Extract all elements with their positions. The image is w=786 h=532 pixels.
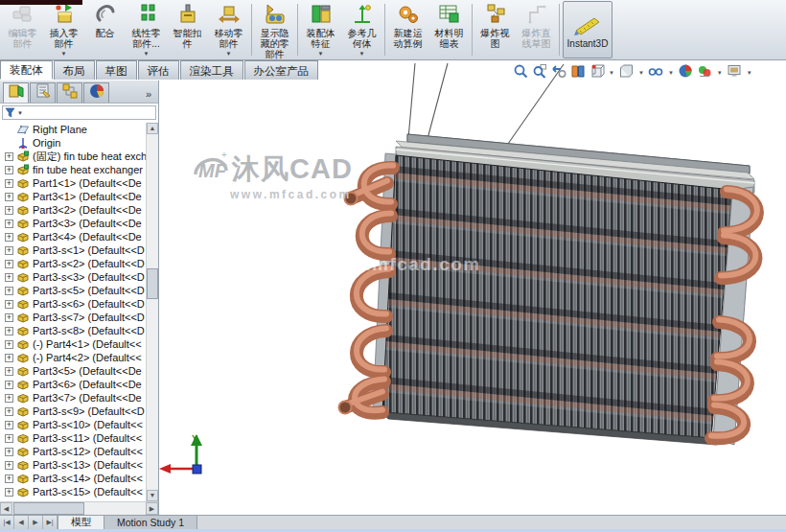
manager-tab-featuremanager-tree[interactable] <box>3 82 29 103</box>
tree-item[interactable]: +Part3<1> (Default<<De <box>0 190 146 203</box>
toolbar-button-reference-geometry[interactable]: 参考几 何体▼ <box>341 0 382 59</box>
tree-item[interactable]: Origin <box>0 136 146 150</box>
scroll-up-button[interactable]: ▲ <box>147 123 158 134</box>
tree-item[interactable]: +Part3-s<1> (Default<<D <box>0 243 146 257</box>
dropdown-caret-icon[interactable]: ▼ <box>747 70 752 76</box>
command-tab-4[interactable]: 评估 <box>138 60 179 80</box>
tree-vertical-scrollbar[interactable]: ▲ ▼ <box>146 123 158 501</box>
headsup-display-style-button[interactable] <box>618 65 635 81</box>
tree-item[interactable]: +Part3-s<14> (Default<< <box>0 472 146 485</box>
manager-tabs-overflow-chevron[interactable]: » <box>146 88 155 103</box>
toolbar-button-move-component[interactable]: 移动零 部件▼ <box>208 0 249 59</box>
manager-tab-configurationmanager[interactable] <box>57 82 82 103</box>
expand-plus-icon[interactable]: + <box>5 220 13 228</box>
study-tab-model[interactable]: 模型 <box>58 516 104 529</box>
tree-item[interactable]: +Part3-s<8> (Default<<D <box>0 324 146 337</box>
expand-plus-icon[interactable]: + <box>5 474 13 483</box>
tree-item[interactable]: +Part3<7> (Default<<De <box>0 391 146 405</box>
toolbar-button-assembly-features[interactable]: 装配体 特征▼ <box>300 0 341 59</box>
expand-plus-icon[interactable]: + <box>5 434 13 443</box>
toolbar-button-mate[interactable]: 配合 <box>84 0 126 59</box>
expand-plus-icon[interactable]: + <box>5 260 13 268</box>
heat-exchanger-model[interactable]: www.mfcad.com X Y <box>159 61 786 515</box>
toolbar-button-smart-fasteners[interactable]: 智能扣 件 <box>167 0 208 59</box>
command-tab-3[interactable]: 草图 <box>96 60 137 80</box>
tree-item[interactable]: +(-) Part4<1> (Default<< <box>0 337 146 351</box>
expand-plus-icon[interactable]: + <box>5 461 13 470</box>
expand-plus-icon[interactable]: + <box>5 273 13 282</box>
scroll-left-button[interactable]: ◀ <box>0 502 12 515</box>
expand-plus-icon[interactable]: + <box>5 233 13 242</box>
tree-item[interactable]: +Part3-s<13> (Default<< <box>0 458 146 472</box>
expand-plus-icon[interactable]: + <box>5 448 13 456</box>
expand-plus-icon[interactable]: + <box>5 246 13 255</box>
toolbar-button-bill-of-materials[interactable]: 材料明 细表 <box>428 0 470 59</box>
expand-plus-icon[interactable]: + <box>5 327 13 335</box>
tree-item[interactable]: +Part3<3> (Default<<De <box>0 217 146 230</box>
tree-horizontal-scrollbar[interactable]: ◀ ▶ <box>0 501 158 515</box>
headsup-section-view-button[interactable] <box>569 65 586 81</box>
tree-item[interactable]: +(固定) fin tube heat exch <box>0 150 146 163</box>
tree-item[interactable]: +Part3-s<5> (Default<<D <box>0 284 146 297</box>
expand-plus-icon[interactable]: + <box>5 394 13 403</box>
study-tab-nav-button[interactable]: ▶| <box>43 516 58 529</box>
expand-plus-icon[interactable]: + <box>5 300 13 309</box>
tree-item[interactable]: +Part3-s<15> (Default<< <box>0 485 146 498</box>
tree-item[interactable]: +Part3-s<7> (Default<<D <box>0 311 146 324</box>
tree-item[interactable]: +Part3<5> (Default<<De <box>0 364 146 378</box>
graphics-viewport[interactable]: MF + 沐风CAD www.mfcad.com <box>159 61 786 515</box>
tree-item[interactable]: +Part3<2> (Default<<De <box>0 203 146 217</box>
toolbar-button-exploded-view[interactable]: 爆炸视 图 <box>474 0 516 59</box>
toolbar-button-insert-component[interactable]: 插入零 部件▼ <box>43 0 84 59</box>
manager-tab-displaymanager[interactable] <box>83 82 109 103</box>
tree-item[interactable]: +Part3-s<11> (Default<< <box>0 431 146 445</box>
tree-item[interactable]: +Part3<4> (Default<<De <box>0 230 146 243</box>
command-tab-5[interactable]: 渲染工具 <box>180 60 243 80</box>
expand-plus-icon[interactable]: + <box>5 166 13 174</box>
manager-tab-propertymanager[interactable] <box>30 82 56 103</box>
headsup-apply-scene-button[interactable] <box>678 65 694 81</box>
toolbar-button-instant3d[interactable]: Instant3D <box>563 1 613 58</box>
expand-plus-icon[interactable]: + <box>5 179 13 188</box>
horizontal-scroll-thumb[interactable] <box>13 502 84 515</box>
study-tab-nav-button[interactable]: ▶ <box>29 516 43 529</box>
headsup-view-settings-button[interactable] <box>727 65 743 81</box>
expand-plus-icon[interactable]: + <box>5 421 13 429</box>
expand-plus-icon[interactable]: + <box>5 488 13 497</box>
dropdown-caret-icon[interactable]: ▼ <box>359 49 365 61</box>
scroll-down-button[interactable]: ▼ <box>147 490 158 501</box>
expand-plus-icon[interactable]: + <box>5 354 13 362</box>
study-tab-nav-button[interactable]: ◀ <box>14 516 29 529</box>
tree-item[interactable]: Right Plane <box>0 123 146 136</box>
tree-item[interactable]: +fin tube heat exchanger <box>0 163 146 176</box>
expand-plus-icon[interactable]: + <box>5 193 13 201</box>
scroll-right-button[interactable]: ▶ <box>146 502 158 515</box>
expand-plus-icon[interactable]: + <box>5 407 13 416</box>
tree-item[interactable]: +(-) Part4<2> (Default<< <box>0 351 146 364</box>
expand-plus-icon[interactable]: + <box>5 152 13 161</box>
toolbar-button-linear-pattern[interactable]: 线性零 部件...▼ <box>126 0 167 59</box>
command-tab-1[interactable]: 装配体 <box>0 60 53 80</box>
tree-item[interactable]: +Part3-s<9> (Default<<D <box>0 405 146 418</box>
tree-item[interactable]: +Part3-s<12> (Default<< <box>0 445 146 458</box>
command-tab-2[interactable]: 布局 <box>54 60 95 80</box>
study-tab-nav-button[interactable]: |◀ <box>0 516 14 529</box>
tree-filter-row[interactable]: ▼ <box>2 105 156 120</box>
headsup-previous-view-button[interactable] <box>550 65 566 81</box>
tree-item[interactable]: +Part3<6> (Default<<De <box>0 378 146 391</box>
expand-plus-icon[interactable]: + <box>5 340 13 349</box>
expand-plus-icon[interactable]: + <box>5 381 13 389</box>
tree-item[interactable]: +Part3-s<2> (Default<<D <box>0 257 146 270</box>
expand-plus-icon[interactable]: + <box>5 367 13 376</box>
tree-item[interactable]: +Part3-s<10> (Default<< <box>0 418 146 431</box>
headsup-view-orientation-button[interactable] <box>589 65 605 81</box>
toolbar-button-new-motion-study[interactable]: 新建运 动算例 <box>387 0 428 59</box>
study-tab-motion-study[interactable]: Motion Study 1 <box>104 516 197 529</box>
tree-item[interactable]: +Part3-s<6> (Default<<D <box>0 297 146 311</box>
dropdown-caret-icon[interactable]: ▼ <box>609 70 614 76</box>
expand-plus-icon[interactable]: + <box>5 313 13 322</box>
tree-item[interactable]: +Part3-s<3> (Default<<D <box>0 270 146 284</box>
headsup-edit-appearance-button[interactable] <box>697 65 713 81</box>
headsup-hide-show-items-button[interactable] <box>648 65 664 81</box>
expand-plus-icon[interactable]: + <box>5 287 13 295</box>
